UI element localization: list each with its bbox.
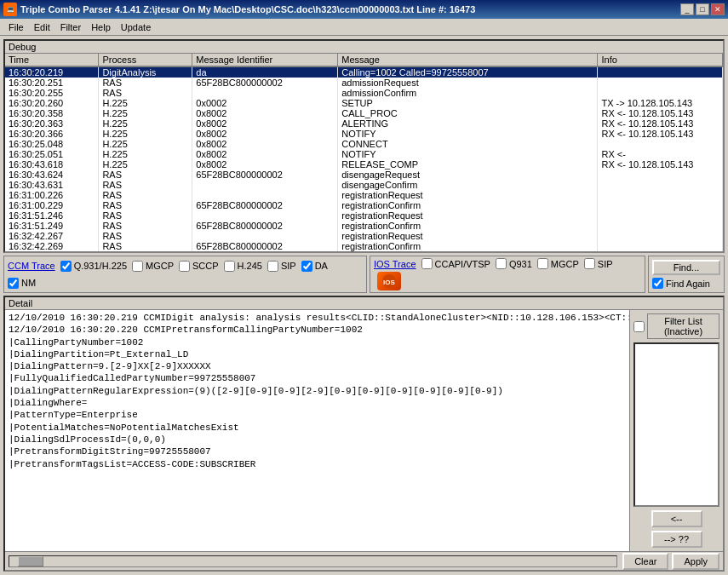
find-button[interactable]: Find...	[652, 260, 720, 275]
cell-row17-col0: 16:32:42.269	[5, 241, 99, 251]
menu-filter[interactable]: Filter	[55, 20, 86, 34]
cell-row9-col1: H.225	[99, 159, 192, 170]
cell-row2-col2	[192, 88, 338, 98]
table-row[interactable]: 16:30:20.260H.2250x0002SETUPTX -> 10.128…	[5, 98, 723, 108]
table-row[interactable]: 16:31:51.249RAS65F28BC800000002registrat…	[5, 221, 723, 231]
ccm-sip-checkbox[interactable]	[267, 261, 278, 272]
ccm-nm-checkbox[interactable]	[8, 278, 19, 289]
menu-edit[interactable]: Edit	[29, 20, 55, 34]
ccm-nm-label[interactable]: NM	[21, 278, 36, 288]
menu-help[interactable]: Help	[86, 20, 116, 34]
ccm-mgcp-group: MGCP	[132, 261, 174, 272]
ccm-h245-checkbox[interactable]	[224, 261, 235, 272]
ios-sip-group: SIP	[584, 258, 613, 269]
table-row[interactable]: 16:30:20.358H.2250x8002CALL_PROCRX <- 10…	[5, 108, 723, 118]
ios-sip-label[interactable]: SIP	[598, 259, 613, 269]
table-row[interactable]: 16:31:51.246RASregistrationRequest	[5, 210, 723, 221]
table-row[interactable]: 16:30:20.251RAS65F28BC800000002admission…	[5, 78, 723, 88]
ccm-mgcp-checkbox[interactable]	[132, 261, 143, 272]
ccm-sccp-checkbox[interactable]	[179, 261, 190, 272]
cell-row10-col1: RAS	[99, 170, 192, 180]
cell-row1-col4	[598, 78, 723, 88]
apply-button[interactable]: Apply	[672, 553, 719, 570]
ccm-da-checkbox[interactable]	[301, 261, 312, 272]
ccm-sip-label[interactable]: SIP	[281, 261, 296, 271]
window-controls: _ □ ✕	[680, 3, 725, 15]
cell-row9-col2: 0x8002	[192, 159, 338, 170]
ccm-da-group: DA	[301, 261, 328, 272]
cell-row11-col0: 16:30:43.631	[5, 180, 99, 190]
debug-table-container[interactable]: Time Process Message Identifier Message …	[5, 54, 723, 251]
menu-bar: File Edit Filter Help Update	[0, 19, 728, 36]
debug-label: Debug	[5, 41, 723, 54]
table-row[interactable]: 16:30:43.631RASdisengageConfirm	[5, 180, 723, 190]
cell-row3-col0: 16:30:20.260	[5, 98, 99, 108]
maximize-button[interactable]: □	[696, 3, 709, 15]
col-time: Time	[5, 54, 99, 66]
cell-row16-col2	[192, 231, 338, 241]
table-row[interactable]: 16:31:00.226RASregistrationRequest	[5, 190, 723, 200]
close-button[interactable]: ✕	[711, 3, 725, 15]
left-arrow-button[interactable]: <--	[651, 510, 702, 527]
ios-ccapi-checkbox[interactable]	[421, 258, 433, 269]
detail-label: Detail	[5, 297, 723, 310]
table-row[interactable]: 16:32:42.269RAS65F28BC800000002registrat…	[5, 241, 723, 251]
ios-sip-checkbox[interactable]	[584, 258, 595, 269]
ios-mgcp-checkbox[interactable]	[537, 258, 548, 269]
cell-row5-col4: RX <- 10.128.105.143	[598, 118, 723, 129]
right-arrow-button[interactable]: --> ??	[651, 531, 702, 548]
horizontal-scrollbar[interactable]	[9, 555, 617, 567]
cell-row13-col3: registrationConfirm	[338, 200, 598, 210]
ccm-q931-checkbox[interactable]	[60, 261, 72, 272]
table-row[interactable]: 16:30:20.363H.2250x8002ALERTINGRX <- 10.…	[5, 118, 723, 129]
find-again-checkbox[interactable]	[652, 278, 663, 289]
debug-section: Debug Time Process Message Identifier Me…	[3, 39, 725, 253]
table-row[interactable]: 16:32:42.267RASregistrationRequest	[5, 231, 723, 241]
filter-list-box[interactable]	[633, 342, 719, 507]
cell-row17-col4	[598, 241, 723, 251]
detail-footer: Clear Apply	[5, 551, 723, 570]
find-again-label[interactable]: Find Again	[666, 279, 710, 289]
cell-row2-col1: RAS	[99, 88, 192, 98]
cell-row6-col2: 0x8002	[192, 129, 338, 139]
detail-text[interactable]	[5, 310, 629, 551]
ios-q931-label[interactable]: Q931	[509, 259, 532, 269]
cell-row15-col1: RAS	[99, 221, 192, 231]
col-process: Process	[99, 54, 192, 66]
clear-button[interactable]: Clear	[622, 553, 668, 570]
cell-row7-col2: 0x8002	[192, 139, 338, 149]
ccm-mgcp-label[interactable]: MGCP	[146, 261, 174, 271]
ios-ccapi-label[interactable]: CCAPI/VTSP	[435, 259, 490, 269]
filter-checkbox-row: Filter List (Inactive)	[633, 313, 719, 339]
minimize-button[interactable]: _	[680, 3, 694, 15]
cell-row8-col1: H.225	[99, 149, 192, 159]
menu-update[interactable]: Update	[116, 20, 156, 34]
ios-mgcp-label[interactable]: MGCP	[551, 259, 579, 269]
ios-mgcp-group: MGCP	[537, 258, 579, 269]
table-row[interactable]: 16:30:43.624RAS65F28BC800000002disengage…	[5, 170, 723, 180]
ccm-da-label[interactable]: DA	[315, 261, 328, 271]
cell-row4-col3: CALL_PROC	[338, 108, 598, 118]
cell-row6-col3: NOTIFY	[338, 129, 598, 139]
debug-table: Time Process Message Identifier Message …	[5, 54, 723, 251]
table-row[interactable]: 16:30:20.366H.2250x8002NOTIFYRX <- 10.12…	[5, 129, 723, 139]
cell-row10-col2: 65F28BC800000002	[192, 170, 338, 180]
table-row[interactable]: 16:30:25.051H.2250x8002NOTIFYRX <-	[5, 149, 723, 159]
ios-q931-checkbox[interactable]	[496, 258, 507, 269]
table-row[interactable]: 16:30:43.618H.2250x8002RELEASE_COMPRX <-…	[5, 159, 723, 170]
filter-list-checkbox[interactable]	[633, 321, 645, 332]
ios-trace-label[interactable]: IOS Trace	[374, 259, 416, 269]
ccm-q931-label[interactable]: Q.931/H.225	[74, 261, 127, 271]
filter-list-label[interactable]: Filter List (Inactive)	[647, 313, 719, 339]
table-row[interactable]: 16:30:20.255RASadmissionConfirm	[5, 88, 723, 98]
table-row[interactable]: 16:30:20.219DigitAnalysisdaCalling=1002 …	[5, 66, 723, 78]
table-row[interactable]: 16:31:00.229RAS65F28BC800000002registrat…	[5, 200, 723, 210]
ccm-trace-label[interactable]: CCM Trace	[8, 261, 55, 271]
cell-row15-col4	[598, 221, 723, 231]
ccm-h245-label[interactable]: H.245	[238, 261, 262, 271]
table-row[interactable]: 16:30:25.048H.2250x8002CONNECT	[5, 139, 723, 149]
menu-file[interactable]: File	[3, 20, 29, 34]
ccm-sccp-label[interactable]: SCCP	[192, 261, 219, 271]
cell-row3-col2: 0x0002	[192, 98, 338, 108]
table-header-row: Time Process Message Identifier Message …	[5, 54, 723, 66]
